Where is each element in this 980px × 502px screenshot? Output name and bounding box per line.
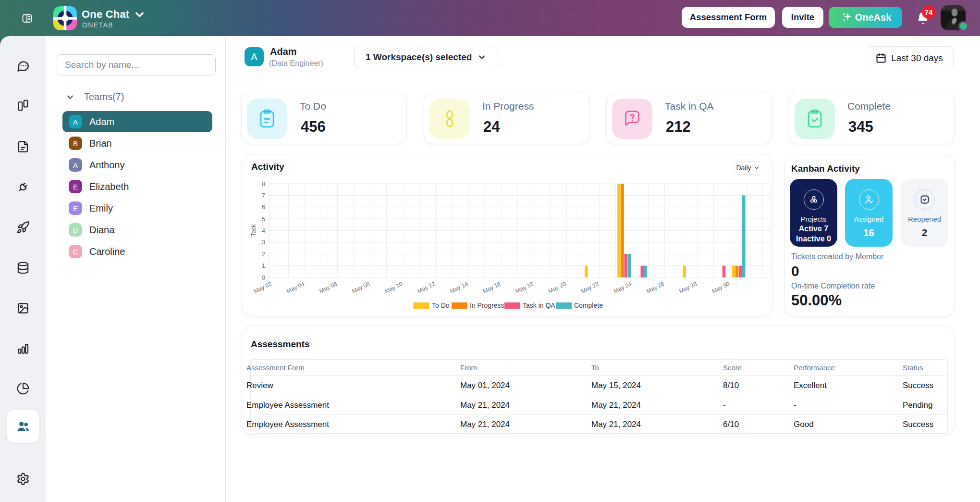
- svg-text:8: 8: [262, 181, 265, 188]
- svg-text:4: 4: [262, 227, 265, 234]
- svg-text:May 18: May 18: [514, 280, 535, 295]
- svg-text:3: 3: [262, 239, 265, 246]
- svg-text:May 28: May 28: [678, 280, 698, 295]
- svg-text:May 02: May 02: [253, 280, 273, 295]
- svg-text:May 04: May 04: [285, 280, 306, 295]
- svg-text:5: 5: [262, 216, 265, 223]
- svg-text:May 16: May 16: [482, 280, 502, 295]
- svg-text:May 30: May 30: [711, 280, 731, 295]
- svg-text:To Do: To Do: [432, 301, 450, 309]
- svg-text:2: 2: [262, 251, 265, 258]
- svg-text:May 24: May 24: [612, 280, 633, 295]
- svg-text:May 12: May 12: [416, 280, 437, 295]
- svg-text:May 20: May 20: [547, 280, 567, 295]
- svg-text:Task: Task: [250, 224, 257, 236]
- svg-text:May 06: May 06: [318, 280, 338, 295]
- svg-text:In Progress: In Progress: [470, 301, 504, 309]
- svg-text:May 10: May 10: [384, 280, 404, 295]
- svg-text:1: 1: [262, 263, 265, 269]
- svg-text:0: 0: [262, 275, 265, 281]
- svg-text:May 26: May 26: [645, 280, 665, 295]
- svg-text:6: 6: [262, 204, 265, 211]
- svg-text:May 14: May 14: [449, 280, 469, 295]
- svg-text:7: 7: [262, 192, 265, 199]
- svg-text:Complete: Complete: [574, 301, 603, 309]
- svg-text:May 08: May 08: [351, 280, 371, 295]
- svg-text:May 22: May 22: [580, 280, 600, 295]
- svg-text:Task in QA: Task in QA: [523, 301, 555, 309]
